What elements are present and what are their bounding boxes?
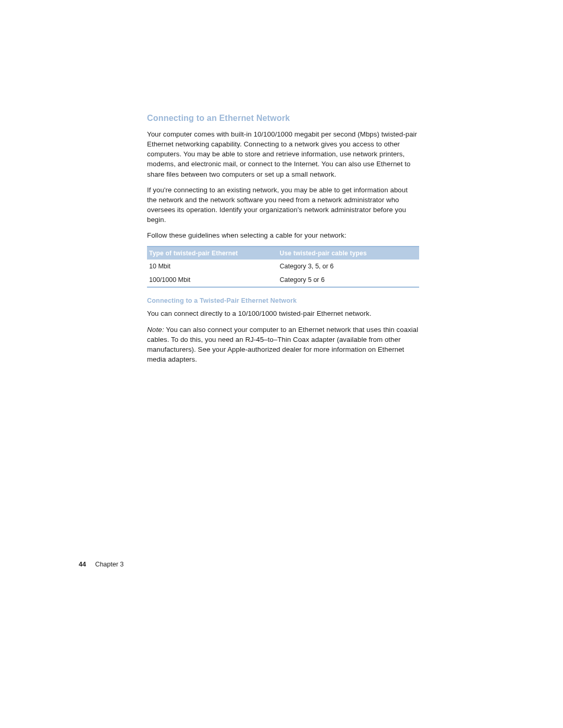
note-paragraph: Note: You can also connect your computer… [147,325,419,365]
page-footer: 44 Chapter 3 [79,561,124,568]
cable-guidelines-table: Type of twisted-pair Ethernet Use twiste… [147,246,419,288]
body-paragraph: Follow these guidelines when selecting a… [147,230,419,240]
page-number: 44 [79,561,86,568]
body-paragraph: If you're connecting to an existing netw… [147,185,419,225]
body-paragraph: Your computer comes with built-in 10/100… [147,129,419,179]
table-header-row: Type of twisted-pair Ethernet Use twiste… [147,246,419,260]
note-text: You can also connect your computer to an… [147,326,418,364]
table-row: 10 Mbit Category 3, 5, or 6 [147,260,419,273]
table-header-cell: Type of twisted-pair Ethernet [147,246,278,260]
sub-heading: Connecting to a Twisted-Pair Ethernet Ne… [147,297,419,304]
table-row: 100/1000 Mbit Category 5 or 6 [147,273,419,287]
chapter-label: Chapter 3 [95,561,124,568]
page-content: Connecting to an Ethernet Network Your c… [147,114,419,371]
table-cell: 100/1000 Mbit [147,273,278,287]
body-paragraph: You can connect directly to a 10/100/100… [147,309,419,318]
note-label: Note: [147,326,164,334]
table-cell: 10 Mbit [147,260,278,273]
table-header-cell: Use twisted-pair cable types [278,246,419,260]
table-cell: Category 5 or 6 [278,273,419,287]
section-heading: Connecting to an Ethernet Network [147,114,419,123]
table-cell: Category 3, 5, or 6 [278,260,419,273]
table: Type of twisted-pair Ethernet Use twiste… [147,246,419,288]
